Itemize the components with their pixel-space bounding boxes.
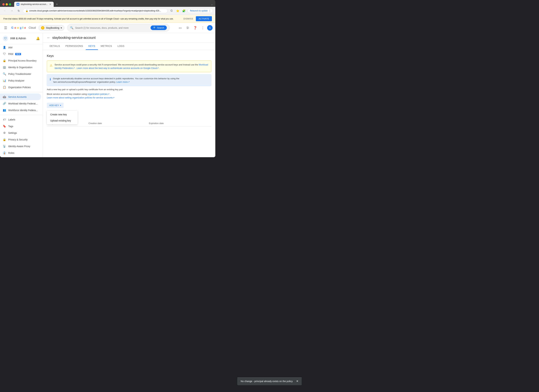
search-btn[interactable]: 🔍 Search	[151, 25, 167, 30]
search-icon: 🔍	[70, 26, 73, 29]
sidebar-item-label: Roles	[8, 152, 14, 154]
pam-new-badge: NEW	[15, 53, 21, 55]
hamburger-btn[interactable]: ☰	[3, 24, 9, 31]
sidebar-divider	[0, 92, 43, 92]
project-dropdown-icon: ▾	[61, 26, 62, 29]
maximize-window-btn[interactable]	[9, 3, 11, 5]
tab-chevron-icon[interactable]: ⌄	[211, 3, 213, 6]
search-bar[interactable]: 🔍 🔍 Search	[67, 24, 170, 32]
add-key-btn[interactable]: ADD KEY ▾	[47, 103, 64, 108]
address-bar[interactable]: 🔒 console.cloud.google.com/iam-admin/ser…	[23, 9, 168, 13]
sidebar-item-label: Tags	[8, 125, 13, 128]
tab-keys[interactable]: KEYS	[86, 43, 98, 50]
activate-btn[interactable]: ACTIVATE	[196, 16, 212, 21]
sidebar-item-tags[interactable]: 🔖 Tags	[0, 123, 41, 129]
sidebar-item-policy-troubleshooter[interactable]: 🔍 Policy Troubleshooter	[0, 71, 41, 77]
sidebar-item-label: Policy Troubleshooter	[8, 73, 31, 75]
close-window-btn[interactable]	[2, 3, 5, 5]
pam-icon: 🛡	[3, 53, 6, 56]
sidebar-item-service-accounts[interactable]: 🤖 Service Accounts	[0, 93, 41, 100]
sidebar-shield-icon: 🛡	[3, 36, 8, 41]
tab-details[interactable]: DETAILS	[47, 43, 63, 50]
top-nav: ☰ Google Cloud S StayBooking ▾ 🔍 🔍 Searc…	[0, 23, 215, 33]
upload-existing-key-item[interactable]: Upload existing key	[47, 118, 77, 124]
page-content: ← staybooking-service-account DETAILS PE…	[43, 33, 215, 157]
google-apps-icon[interactable]: G	[169, 8, 174, 13]
tab-permissions[interactable]: PERMISSIONS	[63, 43, 86, 50]
create-new-key-item[interactable]: Create new key	[47, 111, 77, 118]
dismiss-btn[interactable]: DISMISS	[183, 17, 193, 20]
new-tab-btn[interactable]: +	[55, 2, 59, 7]
trial-text: Free trial status: $300.00 credit and 78…	[3, 18, 183, 20]
more-options-btn[interactable]: ⋮	[200, 25, 206, 31]
learn-more-link[interactable]: Learn more↗	[116, 81, 130, 83]
sidebar-item-organization-policies[interactable]: 📋 Organization Policies	[0, 84, 41, 91]
sidebar-item-privacy-security[interactable]: 🔒 Privacy & Security	[0, 136, 41, 143]
warning-icon: ⚠	[50, 63, 53, 70]
sidebar-item-settings[interactable]: ⚙ Settings	[0, 129, 41, 136]
tabs: DETAILS PERMISSIONS KEYS METRICS LOGS	[43, 43, 215, 50]
sidebar-item-roles[interactable]: 👔 Roles	[0, 149, 41, 156]
reload-btn[interactable]: ↻	[16, 8, 21, 13]
sidebar-item-workforce-identity[interactable]: 👥 Workforce Identity Federa...	[0, 107, 41, 114]
terminal-icon[interactable]: ▭	[177, 25, 183, 31]
warning-alert: ⚠ Service account keys could pose a secu…	[47, 61, 211, 72]
avatar[interactable]: S	[207, 25, 213, 31]
forward-btn[interactable]: →	[9, 8, 14, 13]
relaunch-btn[interactable]: Relaunch to update ⋮	[188, 9, 213, 13]
add-key-dropdown-icon: ▾	[60, 104, 61, 107]
org-policies-service-accounts-link[interactable]: Learn more about setting organization po…	[47, 96, 115, 99]
search-input[interactable]	[75, 26, 149, 29]
iam-icon: 👤	[3, 46, 6, 49]
browser-titlebar: staybooking-service-accoun... ✕ + ⌄	[0, 0, 215, 7]
sidebar-item-label: Labels	[8, 118, 15, 121]
sidebar-item-principal-access-boundary[interactable]: 🔒 Principal Access Boundary	[0, 57, 41, 64]
description-text: Add a new key pair or upload a public ke…	[47, 88, 211, 91]
block-text: Block service account key creation using…	[47, 93, 211, 95]
sidebar-item-iam[interactable]: 👤 IAM	[0, 44, 41, 51]
sidebar-item-workload-identity[interactable]: 🔗 Workload Identity Federat...	[0, 100, 41, 107]
tab-close-btn[interactable]: ✕	[49, 3, 51, 6]
warning-text: Service account keys could pose a securi…	[54, 63, 208, 70]
sidebar: 🛡 IAM & Admin 🔔 👤 IAM 🛡 PAM NEW 🔒 Princi…	[0, 33, 43, 157]
search-btn-label: Search	[157, 26, 164, 29]
workload-id-icon: 🔗	[3, 102, 6, 105]
sidebar-item-identity-aware-proxy[interactable]: 📡 Identity-Aware Proxy	[0, 143, 41, 149]
sidebar-item-label: Organization Policies	[8, 86, 31, 89]
bookmark-icon[interactable]: ⭐	[175, 8, 180, 13]
tab-favicon	[17, 3, 19, 6]
sidebar-header: 🛡 IAM & Admin 🔔	[0, 33, 43, 44]
info-text: Google automatically disables service ac…	[53, 77, 208, 84]
google-cloud-logo: Google Cloud	[11, 26, 36, 29]
help-btn[interactable]: ❓	[192, 25, 198, 31]
sidebar-item-labels[interactable]: 🏷 Labels	[0, 116, 41, 123]
org-policies-icon: 📋	[3, 86, 6, 89]
sidebar-bell-icon[interactable]: 🔔	[36, 37, 40, 40]
add-key-dropdown: Create new key Upload existing key	[47, 111, 77, 124]
tags-icon: 🔖	[3, 124, 6, 128]
tab-title: staybooking-service-accoun...	[21, 3, 48, 5]
content-area: Keys ⚠ Service account keys could pose a…	[43, 50, 215, 131]
sidebar-divider-2	[0, 115, 43, 115]
extensions-icon[interactable]: 🧩	[182, 8, 186, 13]
iap-icon: 📡	[3, 145, 6, 148]
nav-actions: G ⭐ 🧩 Relaunch to update ⋮	[169, 8, 213, 13]
tab-logs[interactable]: LOGS	[115, 43, 127, 50]
page-back-btn[interactable]: ←	[47, 36, 50, 40]
address-text: console.cloud.google.com/iam-admin/servi…	[29, 10, 165, 12]
notifications-btn[interactable]: ②	[185, 25, 191, 31]
browser-frame: staybooking-service-accoun... ✕ + ⌄ ← → …	[0, 0, 215, 157]
relaunch-more-icon: ⋮	[209, 10, 211, 12]
service-accounts-icon: 🤖	[3, 95, 6, 98]
sidebar-item-pam[interactable]: 🛡 PAM NEW	[0, 51, 41, 57]
minimize-window-btn[interactable]	[6, 3, 8, 5]
auth-best-practices-link[interactable]: Learn more about the best way to authent…	[77, 67, 159, 69]
identity-org-icon: 🏢	[3, 66, 6, 69]
sidebar-item-policy-analyzer[interactable]: 📊 Policy Analyzer	[0, 77, 41, 84]
back-btn[interactable]: ←	[2, 8, 8, 13]
tab-metrics[interactable]: METRICS	[98, 43, 115, 50]
org-policies-link[interactable]: organization policies↗	[87, 93, 110, 95]
active-tab[interactable]: staybooking-service-accoun... ✕	[14, 2, 54, 7]
sidebar-item-identity-organization[interactable]: 🏢 Identity & Organization	[0, 64, 41, 71]
project-selector[interactable]: S StayBooking ▾	[38, 25, 64, 31]
